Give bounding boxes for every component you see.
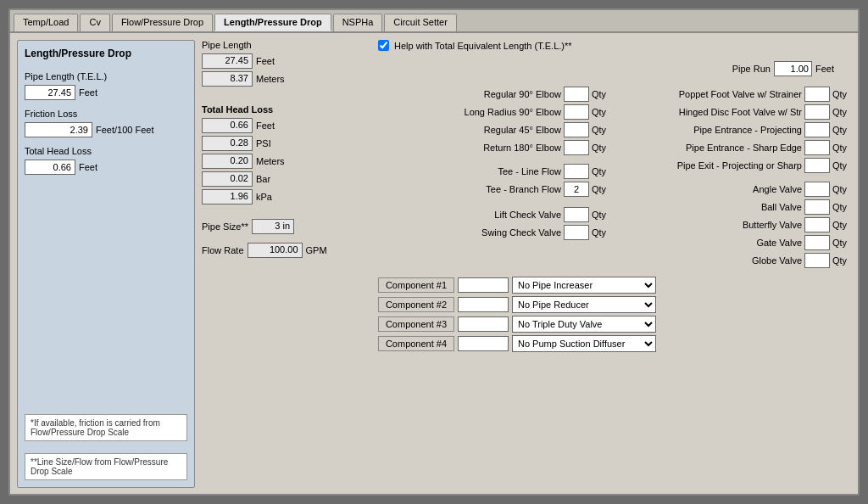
qty-label-lr-90: Qty: [592, 107, 610, 117]
total-head-loss-label: Total Head Loss: [25, 146, 187, 156]
qty-return-180[interactable]: [564, 140, 589, 155]
tab-flow-pressure[interactable]: Flow/Pressure Drop: [112, 14, 213, 31]
qty-label-ball-valve: Qty: [832, 202, 851, 212]
qty-lr-90[interactable]: [564, 104, 589, 120]
fitting-label-angle-valve: Angle Valve: [619, 184, 802, 194]
tab-temp-load[interactable]: Temp/Load: [14, 14, 78, 31]
component-2-input[interactable]: [458, 297, 509, 312]
qty-lift-check[interactable]: [564, 207, 589, 222]
component-1-input[interactable]: [458, 277, 509, 293]
tab-nsphe[interactable]: NSPHa: [333, 14, 383, 31]
qty-gate-valve[interactable]: [804, 235, 830, 250]
component-row-1: Component #1 No Pipe Increaser: [378, 277, 851, 294]
component-2-dropdown[interactable]: No Pipe Reducer: [512, 296, 656, 313]
qty-label-regular-90: Qty: [592, 89, 610, 99]
fitting-label-poppet-foot: Poppet Foot Valve w/ Strainer: [619, 89, 802, 99]
mid-hl-kpa-unit: kPa: [256, 192, 272, 202]
total-head-loss-unit: Feet: [79, 162, 97, 172]
right-panel: Help with Total Equivalent Length (T.E.L…: [378, 40, 851, 488]
mid-hl-kpa-value: 1.96: [202, 189, 253, 204]
component-3-input[interactable]: [458, 316, 509, 332]
qty-label-butterfly-valve: Qty: [832, 220, 851, 230]
component-4-button[interactable]: Component #4: [378, 336, 454, 351]
tab-bar: Temp/Load Cv Flow/Pressure Drop Length/P…: [10, 10, 858, 33]
left-panel: Length/Pressure Drop Pipe Length (T.E.L.…: [17, 40, 195, 488]
pipe-run-input[interactable]: [774, 61, 812, 76]
fittings-left: Regular 90° Elbow Qty Long Radius 90° El…: [378, 87, 610, 268]
mid-hl-meters-row: 0.20 Meters: [202, 154, 371, 169]
left-panel-title: Length/Pressure Drop: [25, 48, 187, 59]
qty-label-gate-valve: Qty: [832, 238, 851, 248]
tab-circuit-setter[interactable]: Circuit Setter: [384, 14, 457, 31]
friction-loss-row: Feet/100 Feet: [25, 122, 187, 137]
fitting-label-hinged-disc: Hinged Disc Foot Valve w/ Str: [619, 107, 802, 117]
qty-poppet-foot[interactable]: [804, 87, 830, 102]
qty-swing-check[interactable]: [564, 225, 589, 240]
component-4-input[interactable]: [458, 336, 509, 351]
mid-hl-feet-unit: Feet: [256, 120, 275, 131]
qty-tee-line[interactable]: [564, 164, 589, 179]
flow-rate-row: Flow Rate 100.00 GPM: [202, 243, 371, 258]
fitting-regular-90: Regular 90° Elbow Qty: [378, 87, 610, 102]
total-head-loss-input[interactable]: [25, 160, 75, 175]
mid-pipe-feet-unit: Feet: [256, 56, 275, 66]
tab-length-pressure[interactable]: Length/Pressure Drop: [214, 14, 331, 31]
qty-butterfly-valve[interactable]: [804, 217, 830, 232]
component-row-3: Component #3 No Triple Duty Valve: [378, 316, 851, 333]
qty-label-globe-valve: Qty: [832, 255, 851, 266]
component-1-dropdown[interactable]: No Pipe Increaser: [512, 277, 656, 294]
qty-angle-valve[interactable]: [804, 182, 830, 197]
fitting-label-swing-check: Swing Check Valve: [378, 227, 561, 238]
mid-hl-meters-value: 0.20: [202, 154, 253, 169]
qty-hinged-disc[interactable]: [804, 104, 830, 120]
component-1-button[interactable]: Component #1: [378, 277, 454, 293]
qty-label-pipe-exit: Qty: [832, 160, 851, 171]
qty-regular-45[interactable]: [564, 122, 589, 137]
mid-pipe-feet-value: 27.45: [202, 53, 253, 69]
fitting-label-ball-valve: Ball Valve: [619, 202, 802, 212]
fitting-poppet-foot: Poppet Foot Valve w/ Strainer Qty: [619, 87, 851, 102]
qty-label-hinged-disc: Qty: [832, 107, 851, 117]
mid-pipe-meters-value: 8.37: [202, 71, 253, 87]
pipe-size-value: 3 in: [252, 219, 294, 234]
qty-label-tee-line: Qty: [592, 166, 610, 176]
fitting-lift-check: Lift Check Valve Qty: [378, 207, 610, 222]
fitting-return-180: Return 180° Elbow Qty: [378, 140, 610, 155]
pipe-length-input[interactable]: [25, 85, 75, 100]
fitting-tee-branch: Tee - Branch Flow Qty: [378, 182, 610, 197]
mid-hl-bar-unit: Bar: [256, 174, 270, 184]
qty-globe-valve[interactable]: [804, 253, 830, 268]
fitting-label-tee-line: Tee - Line Flow: [378, 166, 561, 176]
pipe-run-label: Pipe Run: [732, 64, 771, 74]
fitting-label-butterfly-valve: Butterfly Valve: [619, 220, 802, 230]
mid-hl-meters-unit: Meters: [256, 156, 285, 166]
qty-pe-sharp[interactable]: [804, 140, 830, 155]
qty-tee-branch[interactable]: [564, 182, 589, 197]
fitting-label-lift-check: Lift Check Valve: [378, 210, 561, 220]
friction-loss-input[interactable]: [25, 122, 92, 137]
tab-cv[interactable]: Cv: [80, 14, 109, 31]
note2: **Line Size/Flow from Flow/Pressure Drop…: [25, 453, 187, 480]
fittings-area: Regular 90° Elbow Qty Long Radius 90° El…: [378, 87, 851, 268]
component-4-dropdown[interactable]: No Pump Suction Diffuser: [512, 335, 656, 352]
component-2-button[interactable]: Component #2: [378, 297, 454, 312]
pipe-length-label: Pipe Length (T.E.L.): [25, 71, 187, 81]
component-3-dropdown[interactable]: No Triple Duty Valve: [512, 316, 656, 333]
fitting-label-gate-valve: Gate Valve: [619, 238, 802, 248]
qty-ball-valve[interactable]: [804, 199, 830, 215]
qty-label-angle-valve: Qty: [832, 184, 851, 194]
mid-hl-psi-unit: PSI: [256, 138, 271, 148]
qty-pipe-exit[interactable]: [804, 158, 830, 173]
component-3-button[interactable]: Component #3: [378, 316, 454, 332]
fittings-right: Poppet Foot Valve w/ Strainer Qty Hinged…: [619, 87, 851, 268]
pipe-size-label: Pipe Size**: [202, 221, 248, 232]
qty-pe-proj[interactable]: [804, 122, 830, 137]
mid-pipe-meters-unit: Meters: [256, 74, 285, 84]
fitting-hinged-disc: Hinged Disc Foot Valve w/ Str Qty: [619, 104, 851, 120]
fitting-angle-valve: Angle Valve Qty: [619, 182, 851, 197]
qty-regular-90[interactable]: [564, 87, 589, 102]
friction-loss-label: Friction Loss: [25, 109, 187, 119]
fitting-butterfly-valve: Butterfly Valve Qty: [619, 217, 851, 232]
tel-checkbox[interactable]: [378, 40, 389, 51]
mid-hl-psi-row: 0.28 PSI: [202, 136, 371, 151]
